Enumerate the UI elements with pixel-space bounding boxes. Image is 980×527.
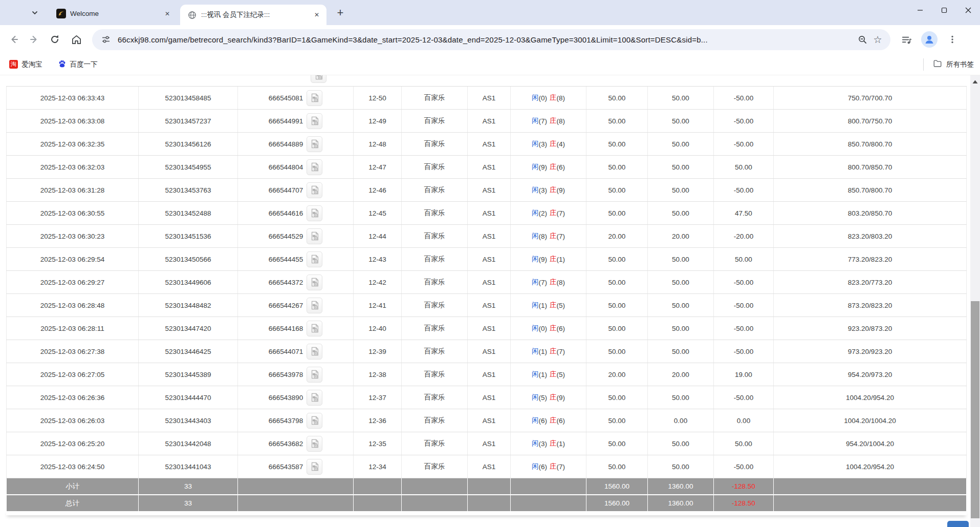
video-replay-button[interactable] [307,159,322,175]
maximize-button[interactable] [932,0,956,20]
scroll-up-icon[interactable] [970,77,980,87]
cell-table: AS1 [468,271,511,293]
close-button[interactable] [956,0,980,20]
url-text[interactable]: 66cxkj98.com/game/betrecord_search/kind3… [118,35,855,44]
back-icon[interactable] [5,31,23,48]
cell-game-name: 百家乐 [402,409,468,432]
banker-score: (9) [557,394,565,402]
tab-bar: Welcome ✕ :::视讯 会员下注纪录::: ✕ + [0,0,980,25]
cell-game-name: 百家乐 [402,386,468,409]
video-replay-button[interactable] [307,275,322,290]
video-replay-button[interactable] [307,413,322,429]
banker-label: 庄 [550,393,557,402]
video-replay-button[interactable] [307,367,322,383]
video-replay-button[interactable] [307,298,322,313]
video-replay-button[interactable] [307,436,322,452]
scrollbar-thumb[interactable] [971,301,979,518]
tab-welcome[interactable]: Welcome ✕ [49,4,177,23]
cell-game-name: 百家乐 [402,202,468,224]
player-label: 闲 [532,139,539,149]
cell-game-id: 666544267 [238,294,354,317]
player-label: 闲 [532,416,539,425]
table-row: 2025-12-03 06:30:55523013452488666544616… [6,202,967,225]
profile-avatar-icon[interactable] [921,31,938,48]
table-row: 2025-12-03 06:30:23523013451536666544529… [6,225,967,248]
table-row: 2025-12-03 06:29:54523013450566666544455… [6,248,967,271]
cell-table: AS1 [468,87,511,109]
cell-result: -50.00 [714,340,774,363]
video-replay-button[interactable] [307,90,322,106]
folder-icon [933,59,942,70]
cell-balance: 1004.20/954.20 [774,386,967,409]
tab-close-icon[interactable]: ✕ [312,10,321,19]
banker-label: 庄 [550,347,557,356]
toolbar-right [898,31,961,48]
menu-dots-icon[interactable] [944,31,961,48]
address-bar[interactable]: 66cxkj98.com/game/betrecord_search/kind3… [92,29,890,50]
cell-bet-id: 523013451536 [139,225,238,247]
minimize-button[interactable] [908,0,932,20]
cell-result: -50.00 [714,386,774,409]
refresh-icon[interactable] [46,31,63,48]
cell-round: 12-48 [354,133,402,155]
player-label: 闲 [532,116,539,125]
tab-close-icon[interactable]: ✕ [163,9,172,18]
baidu-paw-icon [58,59,67,70]
cell-balance: 800.70/750.70 [774,110,967,132]
cell-time: 2025-12-03 06:29:27 [6,271,139,293]
forward-icon[interactable] [26,31,43,48]
cell-game-id: 666543978 [238,363,354,386]
video-replay-button[interactable] [311,75,326,83]
zoom-out-icon[interactable] [855,32,870,47]
tab-betrecord[interactable]: :::视讯 会员下注纪录::: ✕ [180,5,326,25]
cell-balance: 750.70/700.70 [774,87,967,109]
player-score: (0) [539,94,548,102]
bookmark-star-icon[interactable]: ☆ [870,32,885,47]
player-label: 闲 [532,208,539,218]
tab-title: Welcome [70,10,159,17]
new-tab-button[interactable]: + [333,5,348,20]
player-score: (9) [539,256,548,263]
banker-score: (8) [557,279,565,286]
cell-valid-amount: 50.00 [648,110,714,132]
sum-cell: 1360.00 [648,478,714,494]
cell-balance: 873.20/823.20 [774,294,967,317]
video-replay-button[interactable] [307,182,322,198]
video-replay-button[interactable] [307,459,322,475]
media-controls-icon[interactable] [898,31,915,48]
video-replay-button[interactable] [307,251,322,267]
video-replay-button[interactable] [307,205,322,221]
game-id: 666545081 [269,94,303,102]
cell-result: 50.00 [714,432,774,455]
video-replay-button[interactable] [307,390,322,406]
video-replay-button[interactable] [307,344,322,360]
bookmark-baidu[interactable]: 百度一下 [58,59,98,70]
cell-round: 12-45 [354,202,402,224]
cell-valid-amount: 50.00 [648,156,714,178]
scrollbar[interactable] [970,75,980,527]
cell-balance: 923.20/873.20 [774,317,967,340]
sum-cell: 小计 [6,478,139,494]
site-settings-icon[interactable] [98,32,114,47]
cell-game-id: 666544071 [238,340,354,363]
video-replay-button[interactable] [307,321,322,336]
tab-search-chevron-icon[interactable] [27,5,43,21]
cell-bet-amount: 50.00 [586,133,648,155]
banker-label: 庄 [550,324,557,333]
cell-valid-amount: 50.00 [648,202,714,224]
all-bookmarks[interactable]: 所有书签 [923,54,974,75]
cell-bet-id: 523013447420 [139,317,238,340]
home-icon[interactable] [68,31,85,48]
bookmark-taobao[interactable]: 淘 爱淘宝 [9,60,42,69]
banker-label: 庄 [550,462,557,471]
cell-balance: 954.20/973.20 [774,363,967,386]
player-label: 闲 [532,162,539,172]
cell-time: 2025-12-03 06:24:50 [6,455,139,478]
video-replay-button[interactable] [307,228,322,244]
video-replay-button[interactable] [307,113,322,129]
window-controls [908,0,980,20]
cell-bet-detail: 闲(9)庄(1) [511,248,586,270]
video-replay-button[interactable] [307,136,322,152]
globe-icon [187,10,197,20]
bottom-right-button[interactable] [947,521,969,527]
